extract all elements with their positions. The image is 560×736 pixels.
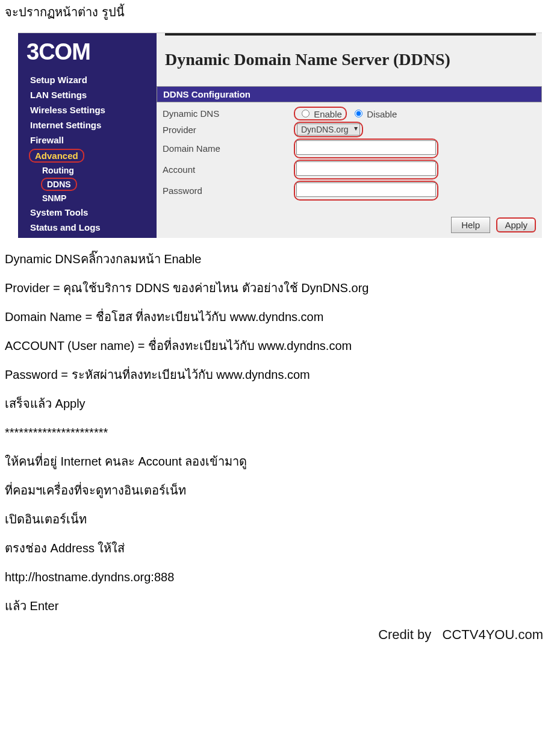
menu-setup-wizard[interactable]: Setup Wizard <box>23 72 152 87</box>
menu-lan-settings[interactable]: LAN Settings <box>23 87 152 102</box>
account-input[interactable] <box>296 161 436 176</box>
domain-input[interactable] <box>296 140 436 155</box>
label-password: Password <box>157 186 294 196</box>
domain-highlight <box>294 139 438 158</box>
text-test1: ให้คนที่อยู่ Internet คนละ Account ลองเข… <box>5 454 555 469</box>
help-button[interactable]: Help <box>451 217 490 233</box>
sidebar: 3COM Setup Wizard LAN Settings Wireless … <box>18 33 157 238</box>
text-domain: Domain Name = ชื่อโฮส ที่ลงทะเบียนไว้กับ… <box>5 309 555 325</box>
text-apply: เสร็จแล้ว Apply <box>5 396 555 411</box>
text-account: ACCOUNT (User name) = ชื่อที่ลงทะเบียนไว… <box>5 338 555 354</box>
label-enable: Enable <box>314 109 342 119</box>
radio-enable-highlight: Enable <box>294 107 347 120</box>
text-password: Password = ระหัสผ่านที่ลงทะเบียนไว้กับ w… <box>5 367 555 382</box>
menu-routing[interactable]: Routing <box>23 164 152 177</box>
password-highlight <box>294 181 438 201</box>
text-test2: ที่คอมฯเครื่องที่จะดูทางอินเตอร์เน็ท <box>5 482 555 498</box>
label-domain-name: Domain Name <box>157 143 294 154</box>
menu-system-tools[interactable]: System Tools <box>23 205 152 220</box>
account-highlight <box>294 160 438 179</box>
credit-line: Credit by CCTV4YOU.com <box>5 627 555 643</box>
logo-3com: 3COM <box>18 33 157 72</box>
text-provider: Provider = คุณใช้บริการ DDNS ของค่ายไหน … <box>5 280 555 296</box>
intro-text: จะปรากฏหน้าต่าง รูปนี้ <box>5 2 555 22</box>
text-url: http://hostname.dyndns.org:888 <box>5 569 555 585</box>
content-panel: Dynamic Domain Name Server (DDNS) DDNS C… <box>157 33 542 238</box>
router-screenshot: 3COM Setup Wizard LAN Settings Wireless … <box>18 33 542 238</box>
radio-enable[interactable] <box>302 110 310 117</box>
menu-status-logs[interactable]: Status and Logs <box>23 220 152 235</box>
menu-advanced[interactable]: Advanced <box>29 149 84 163</box>
menu-snmp[interactable]: SNMP <box>23 192 152 205</box>
label-provider: Provider <box>157 125 294 135</box>
apply-button[interactable]: Apply <box>496 217 536 232</box>
password-input[interactable] <box>296 182 436 197</box>
menu-ddns[interactable]: DDNS <box>41 178 77 191</box>
page-heading: Dynamic Domain Name Server (DDNS) <box>157 36 542 86</box>
menu-wireless-settings[interactable]: Wireless Settings <box>23 102 152 117</box>
menu-firewall[interactable]: Firewall <box>23 133 152 148</box>
text-separator: ********************** <box>5 425 555 440</box>
label-account: Account <box>157 164 294 175</box>
menu-internet-settings[interactable]: Internet Settings <box>23 117 152 133</box>
provider-highlight: DynDNS.org <box>294 122 363 137</box>
radio-disable[interactable] <box>355 110 362 117</box>
label-dynamic-dns: Dynamic DNS <box>157 108 294 119</box>
config-title: DDNS Configuration <box>157 86 542 102</box>
text-enter: แล้ว Enter <box>5 598 555 614</box>
provider-select[interactable]: DynDNS.org <box>297 123 360 136</box>
text-test3: เปิดอินเตอร์เน็ท <box>5 511 555 527</box>
text-test4: ตรงช่อง Address ให้ใส่ <box>5 540 555 556</box>
text-dynamic-dns: Dynamic DNSคลิ๊กวงกลมหน้า Enable <box>5 251 555 267</box>
label-disable: Disable <box>367 109 397 119</box>
